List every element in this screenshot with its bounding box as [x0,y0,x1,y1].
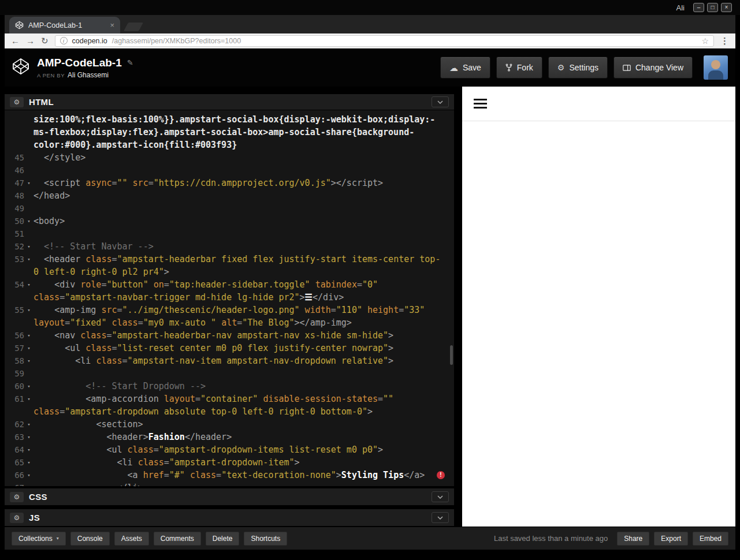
js-panel-title: JS [29,513,40,522]
export-button[interactable]: Export [654,532,688,546]
code-line[interactable]: 47▾ <script async="" src="https://cdn.am… [5,177,454,189]
code-text: <header class="ampstart-headerbar fixed … [34,253,441,278]
line-number: 49 [5,202,24,215]
fold-toggle-icon[interactable]: ▾ [24,177,34,189]
window-titlebar: Ali – □ × [0,0,740,15]
forward-button[interactable]: → [26,36,35,45]
edit-title-icon[interactable]: ✎ [127,58,133,67]
line-number: 63 [5,431,24,443]
html-code-editor[interactable]: size:100%;flex-basis:100%}}.ampstart-soc… [5,110,454,486]
fold-toggle-icon[interactable]: ▾ [24,443,34,456]
editor-scrollbar[interactable] [450,345,453,365]
fold-toggle-icon[interactable]: ▾ [24,393,34,418]
code-line[interactable]: 65▾ <li class="ampstart-dropdown-item"> [5,456,454,469]
code-line[interactable]: 63▾ <header>Fashion</header> [5,431,454,443]
reload-button[interactable]: ↻ [41,36,49,45]
code-line[interactable]: 55▾ <amp-img src="../img/thescenic/heade… [5,304,454,329]
code-line[interactable]: 66▾ <a href="#" class="text-decoration-n… [5,469,454,481]
code-line[interactable]: 51 [5,227,454,240]
lint-error-icon[interactable]: ! [437,471,445,479]
fold-toggle-icon[interactable]: ▾ [24,456,34,469]
panel-splitter[interactable] [454,87,462,527]
fold-toggle-icon[interactable]: ▾ [24,342,34,354]
code-line[interactable]: 59 [5,367,454,380]
codepen-logo-icon[interactable] [12,58,29,77]
fold-toggle-icon[interactable]: ▾ [24,253,34,278]
collections-button[interactable]: Collections▾ [12,532,66,546]
html-settings-gear-icon[interactable]: ⚙ [10,97,24,107]
console-button[interactable]: Console [70,532,110,546]
embed-button[interactable]: Embed [693,532,728,546]
fold-toggle-icon[interactable]: ▾ [24,278,34,304]
hamburger-menu-icon[interactable] [474,99,487,109]
code-line[interactable]: 45 </style> [5,151,454,164]
code-line[interactable]: 52▾ <!-- Start Navbar --> [5,240,454,253]
html-collapse-button[interactable] [432,96,449,107]
code-line[interactable]: 57▾ <ul class="list-reset center m0 p0 f… [5,342,454,354]
bookmark-star-icon[interactable]: ☆ [701,36,709,46]
code-line[interactable]: 62▾ <section> [5,418,454,431]
css-settings-gear-icon[interactable]: ⚙ [10,492,24,502]
code-line[interactable]: size:100%;flex-basis:100%}}.ampstart-soc… [5,113,454,151]
code-text [34,202,441,215]
css-panel-header[interactable]: ⚙ CSS [5,488,454,506]
code-line[interactable]: 56▾ <nav class="ampstart-headerbar-nav a… [5,329,454,342]
code-line[interactable]: 46 [5,164,454,177]
code-text: <ul class="ampstart-dropdown-items list-… [34,443,441,456]
fold-toggle-icon[interactable]: ▾ [24,215,34,227]
window-minimize-button[interactable]: – [693,3,704,12]
fold-toggle-icon[interactable]: ▾ [24,380,34,393]
code-line[interactable]: 64▾ <ul class="ampstart-dropdown-items l… [5,443,454,456]
back-button[interactable]: ← [11,36,20,45]
code-line[interactable]: 54▾ <div role="button" on="tap:header-si… [5,278,454,304]
user-avatar[interactable] [704,55,728,80]
page-info-icon[interactable]: i [60,37,68,44]
css-collapse-button[interactable] [432,491,449,502]
line-number: 54 [5,278,24,304]
save-button[interactable]: ☁Save [440,57,490,79]
author-link[interactable]: Ali Ghassemi [68,71,109,79]
button-label: Save [463,63,481,72]
code-text: <header>Fashion</header> [34,431,441,443]
js-settings-gear-icon[interactable]: ⚙ [10,513,24,523]
browser-tab[interactable]: AMP-CodeLab-1 × [9,17,120,33]
code-line[interactable]: 50▾<body> [5,215,454,227]
code-line[interactable]: 67 </li> [5,481,454,486]
fold-toggle-icon[interactable]: ▾ [24,418,34,431]
browser-menu-icon[interactable]: ⋮ [720,36,729,46]
code-text: <script async="" src="https://cdn.amppro… [34,177,441,189]
tab-close-icon[interactable]: × [110,21,114,29]
js-panel-header[interactable]: ⚙ JS [5,509,454,527]
settings-button[interactable]: ⚙Settings [548,57,608,79]
fold-toggle-icon[interactable]: ▾ [24,329,34,342]
change-view-button[interactable]: Change View [613,57,693,79]
shortcuts-button[interactable]: Shortcuts [244,532,287,546]
code-text: <!-- Start Navbar --> [34,240,441,253]
code-line[interactable]: 60▾ <!-- Start Dropdown --> [5,380,454,393]
share-button[interactable]: Share [617,532,649,546]
delete-button[interactable]: Delete [206,532,240,546]
byline-label: A PEN BY [37,72,65,79]
comments-button[interactable]: Comments [154,532,201,546]
fold-toggle-icon[interactable]: ▾ [24,240,34,253]
code-line[interactable]: 61▾ <amp-accordion layout="container" di… [5,393,454,418]
new-tab-button[interactable] [124,23,143,31]
fold-toggle-icon[interactable]: ▾ [24,354,34,367]
code-line[interactable]: 53▾ <header class="ampstart-headerbar fi… [5,253,454,278]
fold-toggle-icon[interactable]: ▾ [24,469,34,481]
js-collapse-button[interactable] [432,512,449,523]
fold-toggle-icon[interactable]: ▾ [24,431,34,443]
codepen-favicon-icon [15,21,24,29]
fork-button[interactable]: Fork [496,57,542,79]
window-close-button[interactable]: × [721,3,732,12]
line-number: 50 [5,215,24,227]
code-line[interactable]: 58▾ <li class="ampstart-nav-item ampstar… [5,354,454,367]
button-label: Delete [213,535,233,543]
html-panel-header[interactable]: ⚙ HTML [5,94,454,110]
fold-toggle-icon[interactable]: ▾ [24,304,34,329]
window-maximize-button[interactable]: □ [707,3,718,12]
code-line[interactable]: 49 [5,202,454,215]
address-bar[interactable]: i codepen.io/aghassemi/pen/XMKbGP?editor… [55,35,714,47]
assets-button[interactable]: Assets [114,532,149,546]
code-line[interactable]: 48</head> [5,189,454,202]
